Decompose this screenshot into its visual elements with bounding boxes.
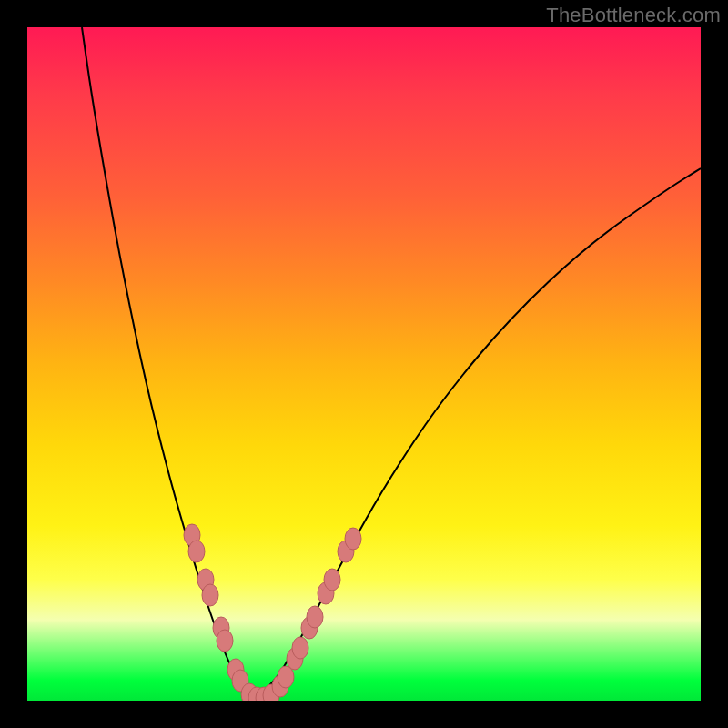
data-bead bbox=[202, 584, 218, 606]
data-bead bbox=[188, 541, 205, 562]
curve-left-arm bbox=[82, 27, 255, 699]
data-bead bbox=[324, 569, 340, 591]
data-bead bbox=[345, 528, 361, 550]
watermark-text: TheBottleneck.com bbox=[546, 4, 721, 27]
plot-area bbox=[27, 27, 701, 701]
data-bead bbox=[307, 606, 323, 628]
data-bead bbox=[217, 630, 233, 652]
curve-layer bbox=[27, 27, 701, 701]
chart-frame: TheBottleneck.com bbox=[0, 0, 728, 728]
data-bead bbox=[292, 637, 308, 659]
data-bead bbox=[278, 666, 294, 688]
